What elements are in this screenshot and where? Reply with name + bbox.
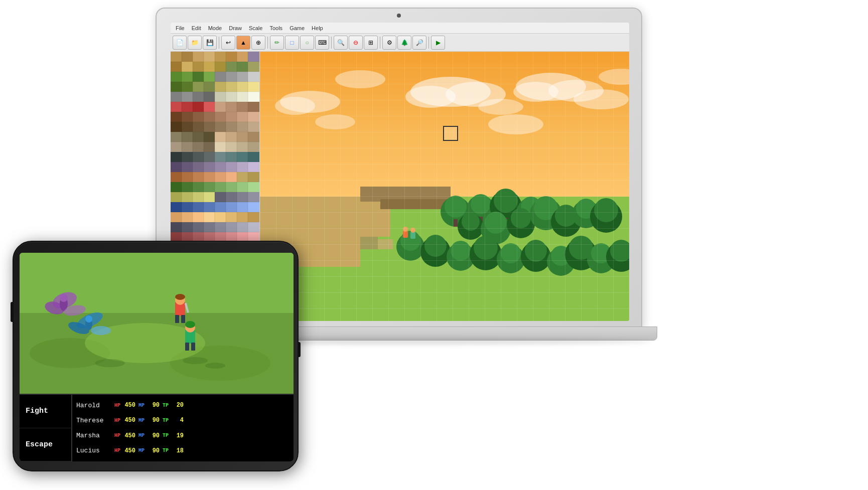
svg-rect-296 (181, 315, 185, 323)
tile-palette-svg (171, 52, 259, 272)
brush-tool[interactable]: ▲ (236, 36, 250, 50)
svg-rect-29 (226, 82, 237, 92)
menu-draw[interactable]: Draw (226, 24, 245, 32)
battle-commands: Fight Escape (20, 395, 72, 461)
svg-rect-0 (171, 52, 182, 62)
svg-rect-98 (193, 172, 204, 182)
menu-mode[interactable]: Mode (205, 24, 225, 32)
rect-tool[interactable]: □ (285, 36, 299, 50)
svg-rect-78 (237, 142, 248, 152)
cmd-escape[interactable]: Escape (20, 428, 71, 462)
svg-rect-69 (226, 132, 237, 142)
svg-rect-18 (193, 72, 204, 82)
svg-rect-302 (191, 343, 195, 351)
tree-button[interactable]: 🌲 (397, 36, 411, 50)
open-button[interactable]: 📁 (188, 36, 202, 50)
menu-help[interactable]: Help (309, 24, 326, 32)
svg-rect-2 (193, 52, 204, 62)
svg-rect-102 (237, 172, 248, 182)
play-button[interactable]: ▶ (431, 36, 445, 50)
zoom-out-button[interactable]: ⊖ (349, 36, 363, 50)
svg-rect-65 (182, 132, 193, 142)
svg-rect-57 (182, 122, 193, 132)
phone-power-button (298, 342, 301, 357)
svg-rect-120 (171, 202, 182, 212)
stamp-tool[interactable]: ⌨ (315, 36, 329, 50)
hp-value-marsha: 450 (123, 432, 135, 439)
undo-button[interactable]: ↩ (221, 36, 235, 50)
svg-rect-140 (215, 222, 226, 232)
svg-rect-135 (248, 212, 259, 222)
svg-rect-132 (215, 212, 226, 222)
menu-file[interactable]: File (173, 24, 188, 32)
svg-rect-82 (193, 152, 204, 162)
svg-rect-136 (171, 222, 182, 232)
zoom-in-button[interactable]: 🔍 (334, 36, 348, 50)
grid-overlay (260, 52, 629, 321)
svg-rect-88 (171, 162, 182, 172)
stat-row-harold: Harold HP 450 MP 90 TP 20 (76, 402, 290, 409)
svg-rect-73 (182, 142, 193, 152)
svg-rect-52 (215, 112, 226, 122)
hp-value-lucius: 450 (123, 447, 135, 454)
svg-rect-34 (193, 92, 204, 102)
svg-rect-9 (182, 62, 193, 72)
menu-game[interactable]: Game (286, 24, 308, 32)
search-button[interactable]: 🔎 (412, 36, 426, 50)
new-button[interactable]: 📄 (173, 36, 187, 50)
save-button[interactable]: 💾 (203, 36, 217, 50)
pencil-tool[interactable]: ✏ (270, 36, 284, 50)
menu-tools[interactable]: Tools (266, 24, 285, 32)
svg-rect-55 (248, 112, 259, 122)
svg-rect-117 (226, 192, 237, 202)
mp-value-therese: 90 (148, 417, 160, 424)
svg-rect-104 (171, 182, 182, 192)
svg-rect-108 (215, 182, 226, 192)
svg-rect-91 (204, 162, 215, 172)
stat-row-therese: Therese HP 450 MP 90 TP 4 (76, 417, 290, 424)
fill-tool[interactable]: ⊕ (251, 36, 265, 50)
char-name-lucius: Lucius (76, 447, 111, 454)
svg-rect-26 (193, 82, 204, 92)
svg-rect-13 (226, 62, 237, 72)
ellipse-tool[interactable]: ○ (300, 36, 314, 50)
tp-value-harold: 20 (172, 402, 184, 409)
settings-button[interactable]: ⚙ (382, 36, 396, 50)
svg-rect-32 (171, 92, 182, 102)
svg-rect-20 (215, 72, 226, 82)
svg-rect-125 (226, 202, 237, 212)
phone-volume-button (11, 302, 14, 322)
mp-value-lucius: 90 (148, 447, 160, 454)
svg-rect-105 (182, 182, 193, 192)
svg-rect-5 (226, 52, 237, 62)
svg-rect-22 (237, 72, 248, 82)
svg-rect-139 (204, 222, 215, 232)
svg-rect-85 (226, 152, 237, 162)
svg-rect-51 (204, 112, 215, 122)
svg-rect-19 (204, 72, 215, 82)
tp-value-lucius: 18 (172, 447, 184, 454)
svg-rect-143 (248, 222, 259, 232)
menu-edit[interactable]: Edit (189, 24, 204, 32)
svg-rect-96 (171, 172, 182, 182)
svg-rect-54 (237, 112, 248, 122)
svg-rect-16 (171, 72, 182, 82)
svg-rect-33 (182, 92, 193, 102)
svg-rect-11 (204, 62, 215, 72)
svg-rect-121 (182, 202, 193, 212)
map-canvas[interactable] (260, 52, 629, 321)
zoom-reset-button[interactable]: ⊞ (364, 36, 378, 50)
svg-rect-99 (204, 172, 215, 182)
svg-rect-80 (171, 152, 182, 162)
separator-1 (219, 37, 219, 49)
svg-rect-107 (204, 182, 215, 192)
menu-scale[interactable]: Scale (246, 24, 266, 32)
char-name-harold: Harold (76, 402, 111, 409)
tp-label-lucius: TP (163, 448, 169, 453)
cmd-fight[interactable]: Fight (20, 395, 71, 428)
svg-rect-115 (204, 192, 215, 202)
svg-rect-46 (237, 102, 248, 112)
svg-rect-21 (226, 72, 237, 82)
svg-rect-74 (193, 142, 204, 152)
svg-rect-14 (237, 62, 248, 72)
